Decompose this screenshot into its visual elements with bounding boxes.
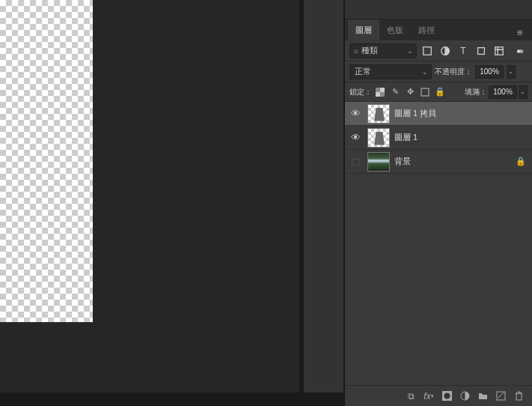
filter-kind-select[interactable]: ⌕ 種類 ⌄: [349, 43, 417, 58]
layer-row[interactable]: ▢ 背景 🔒: [345, 150, 532, 174]
blend-opacity-row: 正常 ⌄ 不透明度： 100% ⌄: [345, 61, 532, 82]
panel-footer: ⧉ fx▾: [345, 385, 532, 406]
visibility-toggle[interactable]: 👁: [348, 108, 363, 119]
svg-rect-3: [495, 46, 504, 55]
search-icon: ⌕: [354, 46, 358, 55]
layer-thumbnail[interactable]: [367, 104, 390, 124]
filter-smart-icon[interactable]: [492, 43, 507, 58]
svg-rect-9: [376, 92, 380, 97]
filter-toggle-icon[interactable]: [513, 43, 528, 58]
panel-menu-icon[interactable]: [517, 25, 528, 33]
layer-name[interactable]: 圖層 1: [394, 132, 529, 143]
adjustment-layer-icon[interactable]: [457, 389, 472, 404]
fill-value[interactable]: 100%: [489, 85, 517, 99]
layer-row[interactable]: 👁 圖層 1 拷貝: [345, 102, 532, 126]
lock-artboard-icon[interactable]: [418, 85, 432, 99]
svg-rect-10: [421, 88, 429, 96]
chevron-down-icon: ⌄: [407, 47, 413, 55]
delete-layer-icon[interactable]: [511, 389, 526, 404]
link-layers-icon[interactable]: ⧉: [403, 389, 418, 404]
layers-panel: 圖層 色版 路徑 ⌕ 種類 ⌄ T 正常 ⌄ 不透明度： 100% ⌄ 鎖定： …: [345, 0, 532, 406]
fill-label: 填滿：: [465, 87, 487, 97]
chevron-down-icon: ⌄: [422, 68, 428, 76]
canvas-area[interactable]: [0, 0, 299, 393]
layer-thumbnail[interactable]: [367, 152, 390, 172]
svg-rect-2: [478, 47, 485, 54]
layer-name[interactable]: 圖層 1 拷貝: [394, 108, 529, 119]
svg-rect-7: [380, 92, 385, 97]
tab-layers[interactable]: 圖層: [348, 19, 379, 40]
panel-header-spacer: [345, 0, 532, 19]
opacity-label: 不透明度：: [435, 67, 472, 77]
bottom-strip: [0, 393, 344, 406]
svg-rect-6: [376, 88, 380, 92]
panel-tabs: 圖層 色版 路徑: [345, 19, 532, 40]
filter-kind-label: 種類: [361, 45, 378, 56]
lock-all-icon[interactable]: 🔒: [433, 85, 447, 99]
lock-icon: 🔒: [516, 157, 526, 166]
lock-label: 鎖定：: [349, 87, 372, 97]
layer-row[interactable]: 👁 圖層 1: [345, 126, 532, 150]
layer-thumbnail[interactable]: [367, 128, 390, 148]
layer-style-icon[interactable]: fx▾: [421, 389, 436, 404]
svg-point-5: [518, 49, 521, 52]
fill-dropdown[interactable]: ⌄: [519, 85, 528, 99]
svg-point-12: [444, 393, 450, 399]
svg-rect-0: [424, 46, 432, 55]
layers-list: 👁 圖層 1 拷貝 👁 圖層 1 ▢ 背景 🔒: [345, 102, 532, 385]
opacity-dropdown[interactable]: ⌄: [507, 65, 516, 79]
blend-mode-select[interactable]: 正常 ⌄: [349, 64, 432, 79]
layer-mask-icon[interactable]: [439, 389, 454, 404]
collapsed-panel-strip[interactable]: [304, 0, 344, 393]
filter-shape-icon[interactable]: [474, 43, 489, 58]
lock-fill-row: 鎖定： ✎ ✥ 🔒 填滿： 100% ⌄: [345, 82, 532, 102]
visibility-toggle[interactable]: 👁: [348, 132, 363, 143]
layer-name[interactable]: 背景: [394, 156, 511, 167]
tab-paths[interactable]: 路徑: [411, 19, 442, 40]
canvas-transparency: [0, 0, 93, 322]
blend-mode-label: 正常: [355, 66, 371, 77]
svg-rect-8: [380, 88, 385, 92]
filter-type-icon[interactable]: T: [456, 43, 471, 58]
new-layer-icon[interactable]: [493, 389, 508, 404]
filter-adjustment-icon[interactable]: [438, 43, 453, 58]
group-icon[interactable]: [475, 389, 490, 404]
svg-rect-14: [497, 392, 505, 400]
filter-row: ⌕ 種類 ⌄ T: [345, 40, 532, 61]
tab-channels[interactable]: 色版: [379, 19, 411, 40]
lock-image-icon[interactable]: ✎: [388, 85, 402, 99]
opacity-value[interactable]: 100%: [475, 65, 504, 79]
filter-pixel-icon[interactable]: [420, 43, 435, 58]
lock-position-icon[interactable]: ✥: [403, 85, 417, 99]
lock-transparency-icon[interactable]: [373, 85, 387, 99]
visibility-toggle[interactable]: ▢: [348, 156, 363, 167]
